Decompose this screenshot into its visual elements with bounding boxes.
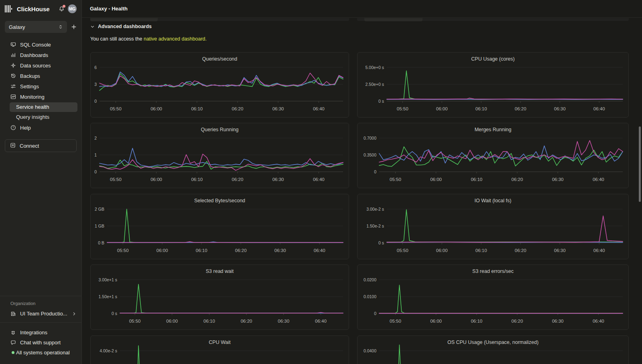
dashboards-icon <box>10 52 16 58</box>
svg-text:4.00e-2 s: 4.00e-2 s <box>100 348 117 353</box>
series-magenta <box>107 242 343 242</box>
chart-title: Queries Running <box>91 127 349 132</box>
add-service-button[interactable] <box>71 24 77 30</box>
connect-button[interactable]: Connect <box>5 139 77 152</box>
chart-card-cpu-wait[interactable]: CPU Wait4.00e-2 s05:5006:0006:1006:2006:… <box>90 336 349 364</box>
svg-text:3.00e-2 s: 3.00e-2 s <box>366 207 384 211</box>
svg-text:06:30: 06:30 <box>272 177 284 182</box>
organization-label: Organization <box>5 301 77 306</box>
sidebar-item-chat-with-support[interactable]: Chat with support <box>5 338 77 348</box>
notifications-bell-icon[interactable] <box>59 6 65 12</box>
svg-text:0.3500: 0.3500 <box>364 153 376 157</box>
series-magenta <box>379 140 623 162</box>
sidebar-item-label: Backups <box>20 73 40 79</box>
svg-text:06:40: 06:40 <box>593 106 605 111</box>
svg-text:0.0200: 0.0200 <box>364 277 376 282</box>
chart-title: Merges Running <box>358 127 628 132</box>
svg-text:06:40: 06:40 <box>593 248 605 253</box>
sidebar-item-all-systems-operational[interactable]: All systems operational <box>5 348 77 358</box>
series-green <box>120 284 343 313</box>
svg-text:0: 0 <box>374 311 376 316</box>
svg-text:0 s: 0 s <box>112 311 117 316</box>
svg-text:05:50: 05:50 <box>397 106 408 111</box>
sidebar-bottom: Organization UI Team Productio... Integr… <box>0 296 81 364</box>
sidebar-item-help[interactable]: ?Help <box>0 122 81 133</box>
chart-title: Queries/second <box>91 56 349 62</box>
content: Advanced dashboards You can still access… <box>82 18 642 364</box>
svg-text:3: 3 <box>94 82 97 87</box>
chart-card-cpu-usage-cores[interactable]: CPU Usage (cores)0 s2.50e+0 s5.00e+0 s05… <box>357 52 629 118</box>
sidebar-nav: SQL ConsoleDashboardsData sourcesBackups… <box>0 39 81 133</box>
svg-text:06:30: 06:30 <box>272 106 284 111</box>
sidebar-item-service-health[interactable]: Service health <box>10 102 77 112</box>
svg-text:1: 1 <box>94 153 97 157</box>
chevron-right-icon <box>72 311 77 316</box>
sidebar-item-label: Help <box>20 125 31 131</box>
svg-text:05:50: 05:50 <box>110 106 122 111</box>
chart-card-os-cpu-usage-userspace-normalized[interactable]: OS CPU Usage (Userspace, normalized)0.04… <box>357 336 629 364</box>
series-magenta <box>100 154 343 171</box>
svg-text:06:40: 06:40 <box>313 177 325 182</box>
organization-switcher[interactable]: UI Team Productio... <box>5 311 77 317</box>
svg-text:1.50e+1 s: 1.50e+1 s <box>99 294 117 299</box>
chart-card-merges-running[interactable]: Merges Running00.35000.700005:5006:0006:… <box>357 123 629 188</box>
series-green <box>379 285 623 313</box>
sidebar: ClickHouse MG Galaxy SQL ConsoleDashboar… <box>0 0 82 364</box>
series-magenta <box>100 73 343 87</box>
sidebar-item-label: Dashboards <box>20 52 48 58</box>
svg-text:1 GB: 1 GB <box>95 224 104 228</box>
backups-icon <box>10 73 16 79</box>
sidebar-item-monitoring[interactable]: Monitoring <box>0 92 81 102</box>
svg-text:06:00: 06:00 <box>156 248 168 253</box>
svg-text:06:30: 06:30 <box>552 319 564 323</box>
chart-card-io-wait-local-fs[interactable]: IO Wait (local fs)0 s1.50e-2 s3.00e-2 s0… <box>357 194 629 259</box>
avatar[interactable]: MG <box>68 4 77 13</box>
svg-text:06:10: 06:10 <box>203 319 215 323</box>
svg-text:2.50e+0 s: 2.50e+0 s <box>366 82 384 87</box>
sidebar-item-settings[interactable]: Settings <box>0 81 81 92</box>
svg-text:0: 0 <box>374 169 376 174</box>
series-magenta <box>387 216 623 242</box>
chart-card-selected-bytes-second[interactable]: Selected Bytes/second0 B1 GB2 GB05:5006:… <box>90 194 349 259</box>
sidebar-item-label: All systems operational <box>16 350 70 356</box>
svg-text:06:00: 06:00 <box>436 248 448 253</box>
sidebar-item-label: SQL Console <box>20 42 51 48</box>
sidebar-item-label: Monitoring <box>20 94 45 100</box>
svg-text:06:00: 06:00 <box>166 319 178 323</box>
sidebar-item-data-sources[interactable]: Data sources <box>0 60 81 71</box>
sidebar-item-integrations[interactable]: Integrations <box>5 327 77 338</box>
chart-title: CPU Usage (cores) <box>358 56 628 62</box>
sidebar-footer: IntegrationsChat with supportAll systems… <box>0 322 81 364</box>
svg-text:06:40: 06:40 <box>593 177 604 182</box>
svg-text:0.0100: 0.0100 <box>364 294 376 299</box>
connect-label: Connect <box>20 143 39 149</box>
chart-card-s3-read-wait[interactable]: S3 read wait0 s1.50e+1 s3.00e+1 s05:5006… <box>90 264 349 330</box>
selector-updown-icon <box>58 24 63 29</box>
svg-text:06:10: 06:10 <box>191 177 203 182</box>
service-selector[interactable]: Galaxy <box>5 21 67 33</box>
advanced-dashboards-toggle[interactable]: Advanced dashboards <box>90 24 152 29</box>
chart-card-s3-read-errors-sec[interactable]: S3 read errors/sec00.01000.020005:5006:0… <box>357 264 629 330</box>
scrollbar-thumb[interactable] <box>639 126 641 202</box>
series-green <box>120 346 343 364</box>
svg-text:0: 0 <box>94 99 97 104</box>
chart-card-queries-second[interactable]: Queries/second03605:5006:0006:1006:2006:… <box>90 52 349 118</box>
series-green <box>379 345 623 364</box>
sidebar-item-dashboards[interactable]: Dashboards <box>0 50 81 60</box>
native-advanced-dashboard-link[interactable]: native advanced dashboard. <box>144 36 207 42</box>
sql-console-icon <box>10 42 16 47</box>
chart-title: Selected Bytes/second <box>91 198 349 203</box>
svg-text:06:10: 06:10 <box>196 248 207 253</box>
svg-text:06:40: 06:40 <box>315 319 327 323</box>
svg-text:06:20: 06:20 <box>241 319 252 323</box>
svg-text:0: 0 <box>94 169 97 174</box>
sidebar-item-query-insights[interactable]: Query insights <box>10 112 77 122</box>
sidebar-item-backups[interactable]: Backups <box>0 71 81 81</box>
sidebar-item-sql-console[interactable]: SQL Console <box>0 39 81 50</box>
svg-text:?: ? <box>12 126 14 129</box>
note-prefix: You can still access the <box>90 36 144 42</box>
svg-text:3.00e+1 s: 3.00e+1 s <box>99 277 117 282</box>
svg-text:06:40: 06:40 <box>314 248 325 253</box>
series-green <box>379 147 623 167</box>
chart-card-queries-running[interactable]: Queries Running01205:5006:0006:1006:2006… <box>90 123 349 188</box>
